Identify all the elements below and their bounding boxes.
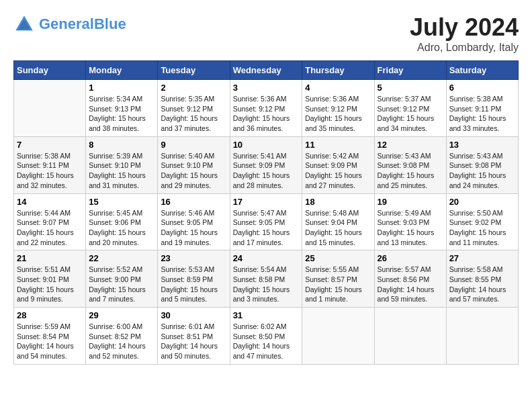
day-number: 1 [89,83,154,93]
weekday-header-saturday: Saturday [446,61,518,80]
day-info: Sunrise: 5:38 AM Sunset: 9:11 PM Dayligh… [449,94,515,134]
calendar-cell: 12Sunrise: 5:43 AM Sunset: 9:08 PM Dayli… [374,136,446,193]
day-number: 8 [89,140,154,150]
day-info: Sunrise: 5:46 AM Sunset: 9:05 PM Dayligh… [161,208,226,248]
day-number: 28 [17,310,83,320]
day-number: 2 [161,83,226,93]
day-number: 16 [161,197,226,207]
calendar-cell: 18Sunrise: 5:48 AM Sunset: 9:04 PM Dayli… [302,193,374,250]
calendar-cell: 21Sunrise: 5:51 AM Sunset: 9:01 PM Dayli… [14,250,86,308]
day-info: Sunrise: 6:00 AM Sunset: 8:52 PM Dayligh… [89,322,154,361]
day-info: Sunrise: 5:49 AM Sunset: 9:03 PM Dayligh… [378,208,443,248]
calendar-cell: 20Sunrise: 5:50 AM Sunset: 9:02 PM Dayli… [446,193,518,250]
week-row-2: 7Sunrise: 5:38 AM Sunset: 9:11 PM Daylig… [14,136,519,193]
day-number: 5 [378,83,443,93]
calendar-cell: 3Sunrise: 5:36 AM Sunset: 9:12 PM Daylig… [230,80,302,137]
day-info: Sunrise: 5:48 AM Sunset: 9:04 PM Dayligh… [305,208,371,248]
day-number: 6 [449,83,515,93]
day-info: Sunrise: 5:58 AM Sunset: 8:55 PM Dayligh… [449,265,515,304]
day-number: 10 [233,140,300,150]
weekday-header-tuesday: Tuesday [158,61,230,80]
calendar-cell: 30Sunrise: 6:01 AM Sunset: 8:51 PM Dayli… [158,308,230,365]
calendar-cell: 14Sunrise: 5:44 AM Sunset: 9:07 PM Dayli… [14,193,86,250]
day-info: Sunrise: 5:34 AM Sunset: 9:13 PM Dayligh… [89,94,154,134]
week-row-1: 1Sunrise: 5:34 AM Sunset: 9:13 PM Daylig… [14,80,519,137]
day-info: Sunrise: 5:44 AM Sunset: 9:07 PM Dayligh… [17,208,83,248]
day-info: Sunrise: 5:35 AM Sunset: 9:12 PM Dayligh… [161,94,226,134]
calendar-cell: 9Sunrise: 5:40 AM Sunset: 9:10 PM Daylig… [158,136,230,193]
month-year: July 2024 [410,13,519,42]
logo: GeneralBlue [13,13,126,35]
calendar-cell: 31Sunrise: 6:02 AM Sunset: 8:50 PM Dayli… [230,308,302,365]
calendar-cell: 10Sunrise: 5:41 AM Sunset: 9:09 PM Dayli… [230,136,302,193]
calendar-cell [14,80,86,137]
calendar-cell: 7Sunrise: 5:38 AM Sunset: 9:11 PM Daylig… [14,136,86,193]
day-info: Sunrise: 5:59 AM Sunset: 8:54 PM Dayligh… [17,322,83,361]
day-info: Sunrise: 5:45 AM Sunset: 9:06 PM Dayligh… [89,208,154,248]
day-info: Sunrise: 5:41 AM Sunset: 9:09 PM Dayligh… [233,151,300,191]
calendar-cell: 16Sunrise: 5:46 AM Sunset: 9:05 PM Dayli… [158,193,230,250]
calendar-cell: 19Sunrise: 5:49 AM Sunset: 9:03 PM Dayli… [374,193,446,250]
calendar-cell: 11Sunrise: 5:42 AM Sunset: 9:09 PM Dayli… [302,136,374,193]
day-number: 13 [449,140,515,150]
calendar-cell: 5Sunrise: 5:37 AM Sunset: 9:12 PM Daylig… [374,80,446,137]
day-info: Sunrise: 5:37 AM Sunset: 9:12 PM Dayligh… [378,94,443,134]
calendar-cell [302,308,374,365]
day-info: Sunrise: 5:57 AM Sunset: 8:56 PM Dayligh… [378,265,443,304]
day-number: 21 [17,253,83,263]
header: GeneralBlue July 2024 Adro, Lombardy, It… [13,13,519,54]
calendar-cell: 6Sunrise: 5:38 AM Sunset: 9:11 PM Daylig… [446,80,518,137]
logo-icon [13,13,35,35]
day-info: Sunrise: 5:36 AM Sunset: 9:12 PM Dayligh… [233,94,300,134]
day-number: 29 [89,310,154,320]
day-info: Sunrise: 5:42 AM Sunset: 9:09 PM Dayligh… [305,151,371,191]
week-row-4: 21Sunrise: 5:51 AM Sunset: 9:01 PM Dayli… [14,250,519,308]
day-number: 25 [305,253,371,263]
day-number: 15 [89,197,154,207]
day-number: 20 [449,197,515,207]
day-number: 26 [378,253,443,263]
calendar-cell [374,308,446,365]
day-number: 4 [305,83,371,93]
weekday-header-sunday: Sunday [14,61,86,80]
day-info: Sunrise: 5:43 AM Sunset: 9:08 PM Dayligh… [449,151,515,191]
calendar-cell [446,308,518,365]
logo-line1: General [39,15,94,32]
calendar-cell: 22Sunrise: 5:52 AM Sunset: 9:00 PM Dayli… [86,250,158,308]
week-row-3: 14Sunrise: 5:44 AM Sunset: 9:07 PM Dayli… [14,193,519,250]
location: Adro, Lombardy, Italy [410,42,519,54]
calendar-cell: 13Sunrise: 5:43 AM Sunset: 9:08 PM Dayli… [446,136,518,193]
logo-text: GeneralBlue [39,16,126,32]
weekday-header-monday: Monday [86,61,158,80]
day-info: Sunrise: 5:52 AM Sunset: 9:00 PM Dayligh… [89,265,154,304]
day-number: 27 [449,253,515,263]
calendar-cell: 15Sunrise: 5:45 AM Sunset: 9:06 PM Dayli… [86,193,158,250]
day-number: 24 [233,253,300,263]
title-area: July 2024 Adro, Lombardy, Italy [410,13,519,54]
day-number: 31 [233,310,300,320]
day-number: 30 [161,310,226,320]
calendar-cell: 1Sunrise: 5:34 AM Sunset: 9:13 PM Daylig… [86,80,158,137]
day-info: Sunrise: 5:54 AM Sunset: 8:58 PM Dayligh… [233,265,300,304]
day-number: 9 [161,140,226,150]
day-number: 18 [305,197,371,207]
day-info: Sunrise: 5:51 AM Sunset: 9:01 PM Dayligh… [17,265,83,304]
day-info: Sunrise: 5:50 AM Sunset: 9:02 PM Dayligh… [449,208,515,248]
calendar-cell: 26Sunrise: 5:57 AM Sunset: 8:56 PM Dayli… [374,250,446,308]
day-info: Sunrise: 5:40 AM Sunset: 9:10 PM Dayligh… [161,151,226,191]
calendar-table: SundayMondayTuesdayWednesdayThursdayFrid… [13,60,519,365]
day-number: 17 [233,197,300,207]
calendar-cell: 4Sunrise: 5:36 AM Sunset: 9:12 PM Daylig… [302,80,374,137]
weekday-header-thursday: Thursday [302,61,374,80]
day-info: Sunrise: 6:01 AM Sunset: 8:51 PM Dayligh… [161,322,226,361]
day-number: 22 [89,253,154,263]
day-number: 23 [161,253,226,263]
day-number: 19 [378,197,443,207]
day-info: Sunrise: 5:43 AM Sunset: 9:08 PM Dayligh… [378,151,443,191]
calendar-cell: 29Sunrise: 6:00 AM Sunset: 8:52 PM Dayli… [86,308,158,365]
day-info: Sunrise: 5:53 AM Sunset: 8:59 PM Dayligh… [161,265,226,304]
weekday-header-row: SundayMondayTuesdayWednesdayThursdayFrid… [14,61,519,80]
weekday-header-friday: Friday [374,61,446,80]
day-info: Sunrise: 5:47 AM Sunset: 9:05 PM Dayligh… [233,208,300,248]
week-row-5: 28Sunrise: 5:59 AM Sunset: 8:54 PM Dayli… [14,308,519,365]
